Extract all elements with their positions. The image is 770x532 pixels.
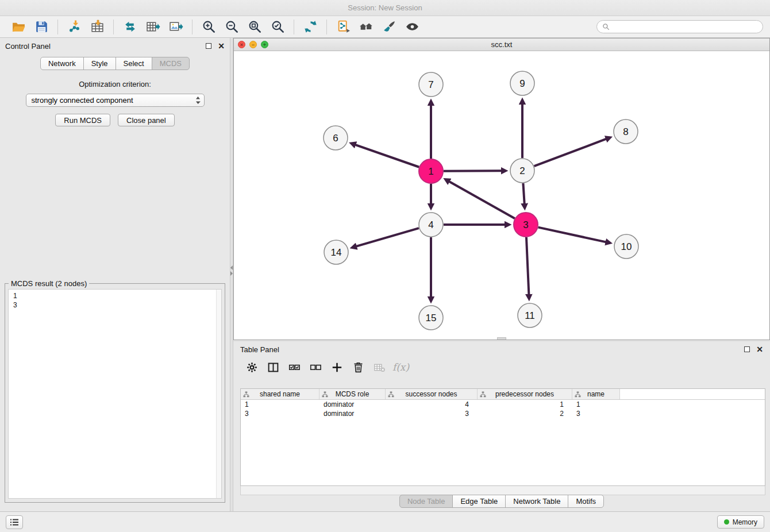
copy-view-icon[interactable] — [332, 18, 355, 36]
control-panel-header: Control Panel ✕ — [0, 38, 230, 54]
window-resize-handle[interactable] — [497, 337, 506, 340]
tab-motifs[interactable]: Motifs — [568, 495, 604, 508]
table-horizontal-scrollbar[interactable] — [240, 486, 765, 495]
save-session-icon[interactable] — [30, 18, 53, 36]
node-11[interactable]: 11 — [518, 303, 542, 327]
close-panel-button[interactable]: Close panel — [118, 114, 175, 126]
table-panel-header: Table Panel ✕ — [233, 342, 770, 357]
tab-edge-table[interactable]: Edge Table — [452, 495, 506, 508]
edge-3-10[interactable] — [538, 228, 606, 242]
search-input[interactable] — [613, 23, 757, 31]
float-panel-icon[interactable] — [206, 43, 211, 49]
edge-1-2[interactable] — [444, 171, 502, 171]
tab-node-table[interactable]: Node Table — [399, 495, 453, 508]
main-toolbar — [0, 16, 770, 38]
function-builder-label: f(x) — [392, 361, 409, 373]
table-cell: 4 — [386, 400, 478, 408]
search-box[interactable] — [596, 20, 763, 33]
export-image-icon[interactable] — [164, 18, 187, 36]
optimization-dropdown[interactable]: strongly connected component — [26, 94, 205, 107]
column-header-predecessor-nodes[interactable]: predecessor nodes — [478, 389, 572, 399]
edge-3-1[interactable] — [449, 182, 514, 219]
column-header-filler — [620, 389, 765, 399]
edge-1-6[interactable] — [355, 145, 419, 167]
show-panels-button[interactable] — [6, 515, 23, 529]
mcds-result-list[interactable]: 13 — [8, 289, 222, 499]
optimization-label: Optimization criterion: — [0, 80, 230, 88]
zoom-in-icon[interactable] — [197, 18, 220, 36]
node-2[interactable]: 2 — [510, 159, 534, 183]
mcds-result-title: MCDS result (2 nodes) — [9, 279, 89, 288]
select-all-icon[interactable] — [284, 358, 305, 376]
table-toolbar: f(x) — [233, 357, 770, 377]
mcds-result-item: 3 — [13, 300, 217, 310]
deselect-all-icon[interactable] — [305, 358, 326, 376]
column-header-successor-nodes[interactable]: successor nodes — [386, 389, 478, 399]
import-network-icon[interactable] — [63, 18, 86, 36]
refresh-icon[interactable] — [299, 18, 322, 36]
tab-network[interactable]: Network — [40, 57, 84, 70]
node-7[interactable]: 7 — [419, 72, 443, 97]
home-view-icon[interactable] — [355, 18, 378, 36]
run-mcds-button[interactable]: Run MCDS — [55, 114, 110, 126]
show-graphics-icon[interactable] — [401, 18, 424, 36]
table-cell: 2 — [478, 410, 572, 418]
toolbar-separator — [57, 20, 58, 34]
network-window-titlebar: × − + scc.txt — [234, 38, 769, 51]
import-table-icon[interactable] — [86, 18, 109, 36]
network-window-title: scc.txt — [491, 40, 513, 49]
open-session-icon[interactable] — [7, 18, 30, 36]
node-1[interactable]: 1 — [419, 159, 443, 183]
tab-mcds[interactable]: MCDS — [152, 57, 190, 70]
table-row[interactable]: 1dominator411 — [241, 400, 765, 409]
zoom-fit-icon[interactable] — [243, 18, 266, 36]
column-header-mcds-role[interactable]: MCDS role — [319, 389, 386, 399]
node-3[interactable]: 3 — [514, 213, 538, 237]
zoom-out-icon[interactable] — [220, 18, 243, 36]
node-14[interactable]: 14 — [324, 240, 348, 264]
tab-select[interactable]: Select — [116, 57, 152, 70]
zoom-selected-icon[interactable] — [266, 18, 289, 36]
export-table-icon[interactable] — [141, 18, 164, 36]
add-row-icon[interactable] — [326, 358, 348, 376]
list-icon — [10, 518, 19, 526]
minimize-window-icon[interactable]: − — [249, 41, 257, 48]
close-table-panel-icon[interactable]: ✕ — [756, 345, 763, 353]
tab-style[interactable]: Style — [83, 57, 116, 70]
node-8[interactable]: 8 — [614, 119, 638, 144]
column-header-name[interactable]: name — [572, 389, 620, 399]
edge-4-14[interactable] — [356, 228, 419, 246]
tab-network-table[interactable]: Network Table — [505, 495, 568, 508]
toolbar-separator — [294, 20, 294, 34]
table-header-row: shared nameMCDS rolesuccessor nodesprede… — [241, 389, 765, 400]
edge-3-11[interactable] — [526, 237, 529, 295]
style-apply-icon[interactable] — [378, 18, 401, 36]
column-header-shared-name[interactable]: shared name — [241, 389, 319, 399]
delete-row-icon[interactable] — [348, 358, 369, 376]
close-window-icon[interactable]: × — [238, 41, 245, 48]
node-15[interactable]: 15 — [419, 306, 443, 330]
node-9[interactable]: 9 — [510, 71, 534, 95]
zoom-window-icon[interactable]: + — [261, 41, 268, 48]
edge-2-8[interactable] — [534, 139, 607, 167]
network-canvas[interactable]: 7968124314101511 — [234, 51, 769, 340]
split-panel-icon[interactable] — [263, 358, 284, 376]
node-10[interactable]: 10 — [614, 234, 638, 259]
result-scrollbar[interactable] — [216, 290, 221, 498]
dropdown-arrows-icon — [195, 96, 201, 105]
toolbar-separator — [326, 20, 327, 34]
table-cell: dominator — [319, 400, 386, 408]
edge-2-3[interactable] — [523, 183, 524, 204]
memory-button[interactable]: Memory — [717, 515, 764, 529]
node-4[interactable]: 4 — [419, 213, 443, 237]
close-panel-icon[interactable]: ✕ — [218, 42, 225, 50]
table-row[interactable]: 3dominator323 — [241, 409, 765, 418]
node-6[interactable]: 6 — [324, 126, 348, 150]
network-view-window: × − + scc.txt 7968124314101511 — [233, 38, 770, 340]
gear-icon[interactable] — [241, 358, 263, 376]
float-table-panel-icon[interactable] — [744, 346, 750, 352]
export-network-icon[interactable] — [118, 18, 141, 36]
control-panel-tabs: NetworkStyleSelectMCDS — [0, 57, 230, 70]
table-cell: 3 — [386, 410, 478, 418]
status-bar: Memory — [0, 511, 770, 532]
